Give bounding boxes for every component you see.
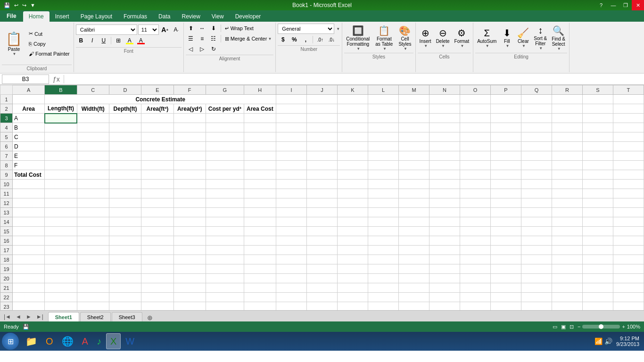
sheet-nav-prev[interactable]: ◄ <box>14 313 23 321</box>
cell-G4[interactable] <box>206 123 244 132</box>
zoom-in-btn[interactable]: + <box>622 324 625 329</box>
cell-D5[interactable] <box>109 132 141 142</box>
cell-T2[interactable] <box>613 104 644 114</box>
row-header-7[interactable]: 7 <box>0 151 13 161</box>
col-header-A[interactable]: A <box>13 85 45 95</box>
col-header-J[interactable]: J <box>306 85 337 95</box>
cell-A20[interactable] <box>13 274 45 283</box>
cell-A14[interactable] <box>13 217 45 227</box>
tab-home[interactable]: Home <box>23 11 50 22</box>
tab-insert[interactable]: Insert <box>50 11 75 22</box>
tab-review[interactable]: Review <box>176 11 206 22</box>
cell-G2[interactable]: Cost per yd³ <box>206 104 244 114</box>
restore-btn[interactable]: ❐ <box>619 0 632 10</box>
row-header-13[interactable]: 13 <box>0 208 13 217</box>
align-bottom-button[interactable]: ⬇ <box>208 24 219 33</box>
cell-H2[interactable]: Area Cost <box>244 104 276 114</box>
increase-indent-button[interactable]: ▷ <box>197 44 207 54</box>
cell-R3[interactable] <box>552 114 582 123</box>
cell-J3[interactable] <box>306 114 337 123</box>
cell-O2[interactable] <box>460 104 490 114</box>
tab-developer[interactable]: Developer <box>230 11 267 22</box>
text-direction-button[interactable]: ↻ <box>208 44 219 54</box>
cell-A7[interactable]: E <box>13 151 45 161</box>
col-header-G[interactable]: G <box>206 85 244 95</box>
window-controls[interactable]: ? — ❐ ✕ <box>595 0 644 10</box>
cell-B9[interactable] <box>45 170 77 180</box>
cell-P3[interactable] <box>490 114 521 123</box>
decrease-decimal-button[interactable]: .0↓ <box>326 35 337 44</box>
cell-M8[interactable] <box>398 161 429 170</box>
quick-access-dropdown[interactable]: ▼ <box>29 2 37 8</box>
cell-M4[interactable] <box>398 123 429 132</box>
cell-L7[interactable] <box>368 151 398 161</box>
borders-button[interactable]: ⊞ <box>113 36 124 45</box>
row-header-21[interactable]: 21 <box>0 283 13 293</box>
row-header-10[interactable]: 10 <box>0 180 13 189</box>
col-header-L[interactable]: L <box>368 85 398 95</box>
sheet-nav-first[interactable]: |◄ <box>2 313 13 321</box>
cell-A6[interactable]: D <box>13 142 45 151</box>
cell-L3[interactable] <box>368 114 398 123</box>
cell-A10[interactable] <box>13 180 45 189</box>
taskbar-chrome[interactable]: 🌐 <box>58 333 77 349</box>
cell-C5[interactable] <box>77 132 109 142</box>
merge-center-button[interactable]: ⊞ Merge & Center ▼ <box>223 34 274 43</box>
autosum-button[interactable]: Σ AutoSum ▼ <box>475 24 498 52</box>
cell-G8[interactable] <box>206 161 244 170</box>
cell-I1[interactable] <box>276 95 306 104</box>
clear-button[interactable]: 🧹 Clear ▼ <box>515 24 531 52</box>
shrink-font-button[interactable]: A- <box>171 25 182 34</box>
sheet-nav-next[interactable]: ► <box>24 313 33 321</box>
cell-M6[interactable] <box>398 142 429 151</box>
cell-Q9[interactable] <box>521 170 552 180</box>
cell-L1[interactable] <box>368 95 398 104</box>
row-header-9[interactable]: 9 <box>0 170 13 180</box>
cell-T5[interactable] <box>613 132 644 142</box>
cell-M1[interactable] <box>398 95 429 104</box>
cell-S7[interactable] <box>582 151 613 161</box>
cell-A13[interactable] <box>13 208 45 217</box>
cell-N8[interactable] <box>429 161 460 170</box>
cell-H3[interactable] <box>244 114 276 123</box>
cell-B2[interactable]: Length(ft) <box>45 104 77 114</box>
cell-B8[interactable] <box>45 161 77 170</box>
cell-C9[interactable] <box>77 170 109 180</box>
cell-K3[interactable] <box>337 114 368 123</box>
sheet-nav[interactable]: |◄ ◄ ► ►| <box>2 313 45 321</box>
cell-G6[interactable] <box>206 142 244 151</box>
row-header-11[interactable]: 11 <box>0 189 13 198</box>
col-header-M[interactable]: M <box>398 85 429 95</box>
cell-S9[interactable] <box>582 170 613 180</box>
cell-D4[interactable] <box>109 123 141 132</box>
col-header-O[interactable]: O <box>460 85 490 95</box>
wrap-text-button[interactable]: ↵ Wrap Text <box>223 24 256 33</box>
cell-I9[interactable] <box>276 170 306 180</box>
cell-D9[interactable] <box>109 170 141 180</box>
row-header-14[interactable]: 14 <box>0 217 13 227</box>
cell-R4[interactable] <box>552 123 582 132</box>
cell-P9[interactable] <box>490 170 521 180</box>
cell-M3[interactable] <box>398 114 429 123</box>
cell-K2[interactable] <box>337 104 368 114</box>
cell-B7[interactable] <box>45 151 77 161</box>
new-sheet-btn[interactable]: ⊕ <box>143 314 157 321</box>
cell-K9[interactable] <box>337 170 368 180</box>
cell-Q8[interactable] <box>521 161 552 170</box>
cell-R5[interactable] <box>552 132 582 142</box>
cell-B4[interactable] <box>45 123 77 132</box>
cell-S6[interactable] <box>582 142 613 151</box>
cell-B3[interactable] <box>45 114 77 123</box>
cell-P2[interactable] <box>490 104 521 114</box>
taskbar-outlook[interactable]: O <box>42 333 57 349</box>
row-header-23[interactable]: 23 <box>0 302 13 311</box>
cell-O6[interactable] <box>460 142 490 151</box>
cell-G5[interactable] <box>206 132 244 142</box>
delete-cells-button[interactable]: ⊖ Delete ▼ <box>434 24 452 52</box>
cell-T6[interactable] <box>613 142 644 151</box>
sheet-tab-2[interactable]: Sheet2 <box>80 312 111 321</box>
cut-button[interactable]: ✂ Cut <box>27 29 72 39</box>
cell-Q4[interactable] <box>521 123 552 132</box>
cell-K8[interactable] <box>337 161 368 170</box>
cell-I6[interactable] <box>276 142 306 151</box>
